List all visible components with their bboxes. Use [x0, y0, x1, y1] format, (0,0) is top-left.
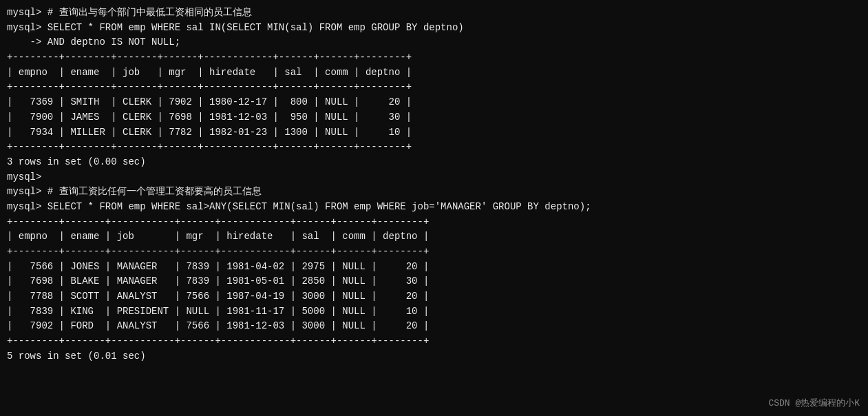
terminal-line-l19: | 7566 | JONES | MANAGER | 7839 | 1981-0… [7, 260, 861, 275]
terminal-line-l11: 3 rows in set (0.00 sec) [7, 155, 861, 170]
terminal-line-l21: | 7788 | SCOTT | ANALYST | 7566 | 1987-0… [7, 289, 861, 304]
terminal-line-l13: mysql> [7, 170, 861, 185]
terminal-line-l16: +--------+-------+-----------+------+---… [7, 215, 861, 230]
terminal-line-l10: +--------+--------+-------+------+------… [7, 140, 861, 155]
terminal-line-l17: | empno | ename | job | mgr | hiredate |… [7, 229, 861, 245]
terminal-line-l2: mysql> SELECT * FROM emp WHERE sal IN(SE… [7, 21, 861, 36]
terminal-line-l6: +--------+--------+-------+------+------… [7, 80, 861, 95]
watermark: CSDN @热爱编程的小K [768, 397, 860, 410]
terminal-line-l8: | 7900 | JAMES | CLERK | 7698 | 1981-12-… [7, 110, 861, 125]
terminal-line-l5: | empno | ename | job | mgr | hiredate |… [7, 65, 861, 81]
terminal-line-l7: | 7369 | SMITH | CLERK | 7902 | 1980-12-… [7, 95, 861, 110]
terminal-line-l3: -> AND deptno IS NOT NULL; [7, 35, 861, 50]
terminal-line-l15: mysql> SELECT * FROM emp WHERE sal>ANY(S… [7, 200, 861, 215]
terminal-line-l14: mysql> # 查询工资比任何一个管理工资都要高的员工信息 [7, 185, 861, 200]
terminal-line-l24: +--------+-------+-----------+------+---… [7, 334, 861, 349]
terminal-line-l4: +--------+--------+-------+------+------… [7, 50, 861, 65]
terminal-line-l18: +--------+-------+-----------+------+---… [7, 245, 861, 260]
terminal-line-l22: | 7839 | KING | PRESIDENT | NULL | 1981-… [7, 304, 861, 320]
terminal-line-l20: | 7698 | BLAKE | MANAGER | 7839 | 1981-0… [7, 274, 861, 289]
terminal-line-l23: | 7902 | FORD | ANALYST | 7566 | 1981-12… [7, 319, 861, 334]
terminal-line-l9: | 7934 | MILLER | CLERK | 7782 | 1982-01… [7, 125, 861, 141]
terminal: mysql> # 查询出与每个部门中最低工资相同的员工信息mysql> SELE… [7, 6, 861, 364]
terminal-line-l1: mysql> # 查询出与每个部门中最低工资相同的员工信息 [7, 6, 861, 21]
terminal-line-l25: 5 rows in set (0.01 sec) [7, 349, 861, 364]
